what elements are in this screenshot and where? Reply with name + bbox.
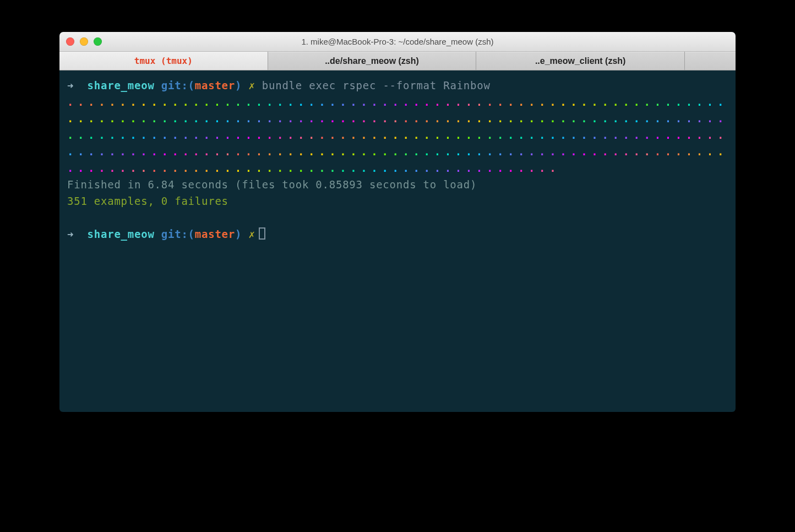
zoom-icon[interactable]	[94, 37, 102, 46]
terminal-body[interactable]: ➜ share_meow git:(master) ✗ bundle exec …	[59, 70, 736, 412]
prompt-cwd: share_meow	[88, 228, 155, 240]
tab-empty[interactable]	[685, 52, 736, 70]
blank-line	[67, 209, 728, 226]
prompt-git-prefix: git:(	[161, 228, 195, 240]
prompt-arrow-icon: ➜	[67, 79, 74, 91]
command-text: bundle exec rspec --format Rainbow	[262, 79, 491, 91]
tab-bar: tmux (tmux) ..de/share_meow (zsh) ..e_me…	[59, 52, 736, 70]
rspec-dots-row: ........................................…	[67, 94, 728, 110]
traffic-lights	[66, 37, 102, 46]
rspec-dots-row: ........................................…	[67, 160, 728, 176]
summary-line: 351 examples, 0 failures	[67, 193, 728, 209]
window-title: 1. mike@MacBook-Pro-3: ~/code/share_meow…	[59, 37, 736, 46]
rspec-dots-row: ........................................…	[67, 143, 728, 160]
tab-tmux[interactable]: tmux (tmux)	[59, 52, 268, 70]
prompt-arrow-icon: ➜	[67, 228, 74, 240]
titlebar[interactable]: 1. mike@MacBook-Pro-3: ~/code/share_meow…	[59, 32, 736, 52]
prompt-line-2: ➜ share_meow git:(master) ✗	[67, 226, 728, 242]
prompt-git-suffix: )	[235, 228, 242, 240]
prompt-cwd: share_meow	[88, 79, 155, 91]
prompt-branch: master	[195, 79, 235, 91]
tab-label: tmux (tmux)	[134, 56, 193, 66]
minimize-icon[interactable]	[80, 37, 88, 46]
rspec-dots-row: ........................................…	[67, 127, 728, 143]
finished-line: Finished in 6.84 seconds (files took 0.8…	[67, 176, 728, 193]
tab-meow-client[interactable]: ..e_meow_client (zsh)	[476, 52, 685, 70]
tab-label: ..e_meow_client (zsh)	[535, 56, 626, 66]
dirty-icon: ✗	[248, 79, 255, 91]
close-icon[interactable]	[66, 37, 74, 46]
cursor-icon	[259, 227, 265, 240]
rspec-dots-row: ........................................…	[67, 110, 728, 127]
terminal-window: 1. mike@MacBook-Pro-3: ~/code/share_meow…	[59, 32, 736, 412]
prompt-git-prefix: git:(	[161, 79, 195, 91]
tab-share-meow[interactable]: ..de/share_meow (zsh)	[268, 52, 477, 70]
prompt-git-suffix: )	[235, 79, 242, 91]
prompt-line-1: ➜ share_meow git:(master) ✗ bundle exec …	[67, 77, 728, 94]
dirty-icon: ✗	[248, 228, 255, 240]
tab-label: ..de/share_meow (zsh)	[325, 56, 419, 66]
prompt-branch: master	[195, 228, 235, 240]
